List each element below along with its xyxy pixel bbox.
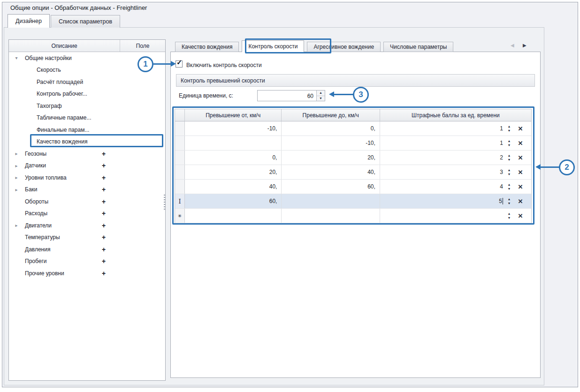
expand-icon[interactable]: ▸ xyxy=(13,187,20,192)
grid-row[interactable]: ✳▲▼✕ xyxy=(175,209,531,223)
tree-item[interactable]: ▸Баки+ xyxy=(9,184,165,196)
add-icon[interactable]: + xyxy=(102,150,106,158)
penalty-value[interactable]: 3 xyxy=(383,169,503,175)
cell-speed-from[interactable]: 0, xyxy=(185,151,282,165)
cell-penalty[interactable]: 3▲▼✕ xyxy=(380,165,531,179)
tree-item[interactable]: Расходы+ xyxy=(9,208,165,220)
penalty-value[interactable]: 1 xyxy=(383,125,503,132)
delete-row-icon[interactable]: ✕ xyxy=(515,183,526,190)
spin-down-icon[interactable]: ▼ xyxy=(317,96,325,101)
cell-speed-to[interactable]: 40, xyxy=(282,165,380,179)
grid-row[interactable]: 40,60,4▲▼✕ xyxy=(175,180,531,194)
tree-item[interactable]: Расчёт площадей xyxy=(9,76,165,88)
spin-up-icon[interactable]: ▲ xyxy=(508,154,511,157)
add-icon[interactable]: + xyxy=(102,270,106,277)
spin-down-icon[interactable]: ▼ xyxy=(508,216,511,219)
delete-row-icon[interactable]: ✕ xyxy=(515,212,526,219)
cell-penalty[interactable]: ▲▼✕ xyxy=(380,209,531,223)
spin-down-icon[interactable]: ▼ xyxy=(508,143,511,147)
grid-row[interactable]: 20,40,3▲▼✕ xyxy=(175,165,531,180)
penalty-value[interactable]: 5 xyxy=(383,198,503,205)
spin-up-icon[interactable]: ▲ xyxy=(508,212,511,215)
tree-item[interactable]: ▸Датчики+ xyxy=(9,160,165,172)
add-icon[interactable]: + xyxy=(102,234,106,241)
cell-speed-from[interactable] xyxy=(185,209,282,223)
grid-row[interactable]: I60,5▲▼✕ xyxy=(175,194,531,209)
spin-down-icon[interactable]: ▼ xyxy=(508,173,511,176)
enable-speed-control-checkbox[interactable]: ✓ xyxy=(176,60,183,68)
tree-item[interactable]: ▸Уровни топлива+ xyxy=(9,172,165,184)
spin-down-icon[interactable]: ▼ xyxy=(508,202,511,205)
add-icon[interactable]: + xyxy=(102,222,106,229)
cell-penalty[interactable]: 5▲▼✕ xyxy=(380,194,531,208)
penalty-value[interactable]: 4 xyxy=(383,183,503,190)
cell-speed-to[interactable] xyxy=(282,209,380,223)
grid-row[interactable]: -10,0,1▲▼✕ xyxy=(175,121,531,136)
cell-speed-from[interactable]: 60, xyxy=(185,194,282,208)
spin-down-icon[interactable]: ▼ xyxy=(508,129,511,132)
tree-item[interactable]: Прочие уровни+ xyxy=(9,267,165,279)
cell-penalty[interactable]: 1▲▼✕ xyxy=(380,121,531,136)
tree-item[interactable]: Пробеги+ xyxy=(9,256,165,268)
inner-tab-3[interactable]: Числовые параметры xyxy=(383,42,453,52)
expand-icon[interactable]: ▸ xyxy=(13,163,20,168)
spin-up-icon[interactable]: ▲ xyxy=(508,125,511,128)
add-icon[interactable]: + xyxy=(102,174,106,181)
expand-icon[interactable]: ▸ xyxy=(13,151,20,156)
delete-row-icon[interactable]: ✕ xyxy=(515,198,526,205)
spin-up-icon[interactable]: ▲ xyxy=(317,90,325,96)
cell-penalty[interactable]: 2▲▼✕ xyxy=(380,151,531,165)
inner-tab-0[interactable]: Качество вождения xyxy=(175,42,239,52)
cell-speed-from[interactable]: 20, xyxy=(185,165,282,179)
grid-row[interactable]: -10,1▲▼✕ xyxy=(175,136,531,151)
tab-parameter-list[interactable]: Список параметров xyxy=(51,15,120,28)
spin-down-icon[interactable]: ▼ xyxy=(508,187,511,190)
tree-column-field[interactable]: Поле xyxy=(120,40,165,52)
cell-penalty[interactable]: 1▲▼✕ xyxy=(380,136,531,150)
tree-item[interactable]: ▸Геозоны+ xyxy=(9,148,165,160)
cell-speed-to[interactable]: 20, xyxy=(282,151,380,165)
spin-up-icon[interactable]: ▲ xyxy=(508,139,511,143)
grid-column-header[interactable]: Превышение от, км/ч xyxy=(185,109,282,121)
spin-up-icon[interactable]: ▲ xyxy=(508,197,511,201)
delete-row-icon[interactable]: ✕ xyxy=(515,125,526,132)
tree-column-description[interactable]: Описание xyxy=(9,40,120,52)
delete-row-icon[interactable]: ✕ xyxy=(515,154,526,161)
tab-scroll-left-icon[interactable]: ◀ xyxy=(511,43,514,48)
cell-speed-from[interactable]: -10, xyxy=(185,121,282,136)
add-icon[interactable]: + xyxy=(102,186,106,193)
tree-item[interactable]: Финальные парам... xyxy=(9,124,165,136)
inner-tab-2[interactable]: Агрессивное вождение xyxy=(307,42,381,52)
collapse-icon[interactable]: ▾ xyxy=(13,55,20,60)
tree-item[interactable]: ▸Двигатели+ xyxy=(9,219,165,232)
inner-tab-1[interactable]: Контроль скорости xyxy=(242,40,304,52)
penalty-value[interactable]: 1 xyxy=(383,140,503,146)
penalty-value[interactable]: 2 xyxy=(383,154,503,161)
tree-item[interactable]: Давления+ xyxy=(9,243,165,256)
cell-speed-to[interactable]: 60, xyxy=(282,180,380,194)
grid-column-header[interactable]: Превышение до, км/ч xyxy=(282,109,380,121)
spin-down-icon[interactable]: ▼ xyxy=(508,158,511,161)
tree-item[interactable]: Обороты+ xyxy=(9,196,165,208)
time-unit-field[interactable]: 60 ▲ ▼ xyxy=(257,90,325,101)
tree-item[interactable]: Температуры+ xyxy=(9,232,165,244)
tree-item[interactable]: Табличные параме... xyxy=(9,112,165,124)
tab-scroll-right-icon[interactable]: ▶ xyxy=(523,43,527,48)
tree-item[interactable]: Контроль рабочег... xyxy=(9,88,165,100)
panel-splitter[interactable] xyxy=(162,192,167,212)
tab-designer[interactable]: Дизайнер xyxy=(8,14,50,28)
spin-up-icon[interactable]: ▲ xyxy=(508,183,511,186)
add-icon[interactable]: + xyxy=(102,246,106,253)
enable-speed-control-label[interactable]: Включить контроль скорости xyxy=(186,62,262,68)
spin-up-icon[interactable]: ▲ xyxy=(508,168,511,172)
tree-item[interactable]: Тахограф xyxy=(9,100,165,112)
add-icon[interactable]: + xyxy=(102,257,106,265)
cell-speed-to[interactable] xyxy=(282,194,380,208)
grid-row[interactable]: 0,20,2▲▼✕ xyxy=(175,151,531,165)
cell-penalty[interactable]: 4▲▼✕ xyxy=(380,180,531,194)
tree-item[interactable]: Качество вождения xyxy=(9,136,165,148)
expand-icon[interactable]: ▸ xyxy=(13,223,20,228)
delete-row-icon[interactable]: ✕ xyxy=(515,140,526,147)
expand-icon[interactable]: ▸ xyxy=(13,175,20,180)
cell-speed-from[interactable]: 40, xyxy=(185,180,282,194)
